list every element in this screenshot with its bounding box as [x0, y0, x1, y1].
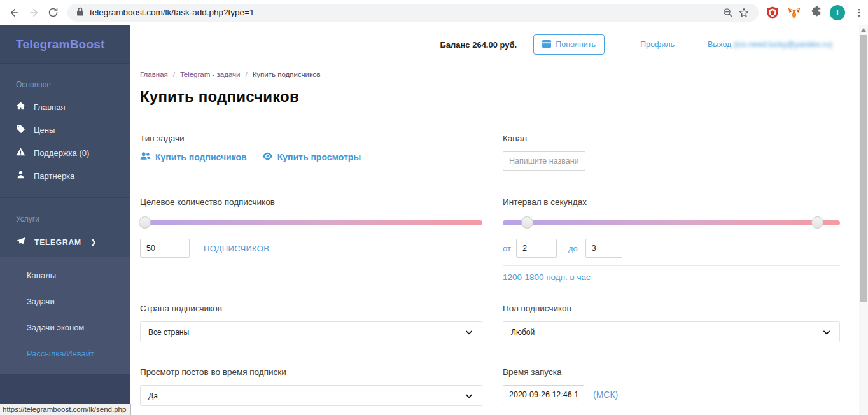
rate-hint[interactable]: 1200-1800 подп. в час — [503, 272, 840, 282]
warning-icon — [16, 147, 25, 158]
forward-icon[interactable] — [24, 3, 43, 22]
start-time-input[interactable] — [503, 385, 584, 404]
chevron-down-icon — [465, 391, 473, 402]
buy-views-link[interactable]: Купить просмотры — [262, 152, 361, 162]
interval-label: Интервал в секундах — [503, 197, 840, 207]
field-channel: Канал — [503, 134, 840, 197]
slider-handle-from[interactable] — [521, 216, 533, 229]
adblock-shield-icon[interactable] — [765, 5, 780, 20]
country-select[interactable]: Все страны — [140, 321, 482, 342]
telegram-plane-icon — [16, 236, 26, 248]
wallet-icon — [542, 40, 551, 50]
view-posts-selected-value: Да — [148, 391, 158, 400]
sidebar-section-services-label: Услуги — [0, 198, 130, 230]
logout-label: Выход — [708, 40, 731, 49]
profile-link[interactable]: Профиль — [640, 40, 675, 49]
sidebar-item-home[interactable]: Главная — [0, 95, 130, 118]
home-icon — [16, 101, 25, 113]
sidebar-item-label: Главная — [34, 102, 65, 112]
breadcrumb-separator: / — [245, 71, 247, 78]
task-form: Тип задачи Купить подписчиков Купить про… — [140, 134, 840, 406]
interval-to-input[interactable] — [585, 239, 622, 258]
logout-link[interactable]: Выход (ico.need.lucky@yandex.ru) — [708, 40, 832, 49]
page-content: Главная / Telegram - задачи / Купить под… — [130, 64, 868, 406]
logo-area: TelegramBoost — [0, 25, 130, 64]
submenu-item-tasks-econom[interactable]: Задачи эконом — [0, 314, 130, 341]
page-title: Купить подписчиков — [140, 88, 840, 106]
metamask-fox-icon[interactable] — [787, 5, 802, 20]
field-country: Страна подписчиков Все страны — [140, 304, 482, 367]
scrollbar-up-arrow[interactable] — [861, 28, 866, 32]
slider-handle-to[interactable] — [811, 216, 823, 229]
interval-to-label: до — [568, 244, 578, 253]
browser-menu-icon[interactable] — [851, 5, 867, 20]
sidebar-item-telegram[interactable]: TELEGRAM ❯ — [0, 230, 130, 257]
sidebar-item-affiliate[interactable]: Партнерка — [0, 164, 130, 187]
sidebar-item-support[interactable]: Поддержка (0) — [0, 141, 130, 164]
country-label: Страна подписчиков — [140, 304, 482, 313]
browser-profile-avatar[interactable]: I — [830, 5, 845, 20]
back-icon[interactable] — [5, 3, 24, 22]
submenu-item-tasks[interactable]: Задачи — [0, 288, 130, 314]
gender-selected-value: Любой — [511, 328, 535, 337]
buy-subscribers-link[interactable]: Купить подписчиков — [140, 151, 247, 162]
sidebar-item-label: Партнерка — [34, 171, 74, 181]
target-count-input[interactable] — [140, 239, 190, 258]
field-interval: Интервал в секундах от до 1200-1800 — [503, 197, 840, 304]
submenu-item-channels[interactable]: Каналы — [0, 262, 130, 288]
page-header: Баланс 264.00 руб. Пополнить Профиль Вых… — [130, 25, 868, 64]
sidebar-item-prices[interactable]: Цены — [0, 118, 130, 141]
app-logo[interactable]: TelegramBoost — [16, 38, 105, 52]
channel-input[interactable] — [503, 151, 585, 171]
scrollbar-thumb[interactable] — [860, 35, 867, 302]
reload-icon[interactable] — [43, 3, 62, 22]
interval-slider[interactable] — [503, 220, 840, 225]
interval-divider — [503, 265, 840, 266]
scrollbar[interactable] — [859, 25, 868, 415]
breadcrumb-separator: / — [173, 71, 175, 78]
users-icon — [140, 151, 151, 162]
target-count-unit: подписчиков — [204, 244, 269, 253]
chevron-right-icon: ❯ — [91, 239, 97, 246]
breadcrumb: Главная / Telegram - задачи / Купить под… — [140, 71, 840, 78]
breadcrumb-current: Купить подписчиков — [253, 71, 321, 78]
sidebar-item-label: Поддержка (0) — [34, 148, 89, 158]
eye-icon — [262, 152, 273, 162]
slider-handle[interactable] — [139, 216, 151, 229]
breadcrumb-home[interactable]: Главная — [140, 71, 168, 78]
breadcrumb-telegram-tasks[interactable]: Telegram - задачи — [180, 71, 240, 78]
url-bar[interactable]: telegramboost.com/lk/task-add.php?type=1 — [67, 4, 759, 22]
chevron-down-icon — [465, 328, 473, 339]
field-target-count: Целевое количество подписчиков подписчик… — [140, 197, 482, 304]
field-view-posts: Просмотр постов во время подписки Да — [140, 367, 482, 406]
bookmark-star-icon[interactable] — [736, 4, 752, 21]
main-area: Баланс 264.00 руб. Пополнить Профиль Вых… — [130, 25, 868, 415]
extension-area: I — [765, 5, 867, 20]
field-gender: Пол подписчиков Любой — [503, 304, 840, 367]
submenu-item-mailing-invite[interactable]: Рассылка/Инвайт — [0, 341, 130, 367]
country-selected-value: Все страны — [148, 328, 189, 337]
tag-icon — [16, 124, 25, 136]
target-count-slider[interactable] — [140, 220, 482, 225]
balance-label: Баланс 264.00 руб. — [440, 40, 517, 50]
field-start-time: Время запуска (МСК) — [503, 367, 840, 406]
extensions-puzzle-icon[interactable] — [808, 5, 823, 20]
buy-views-label: Купить просмотры — [277, 152, 361, 162]
zoom-page-icon[interactable] — [719, 4, 736, 21]
browser-chrome: telegramboost.com/lk/task-add.php?type=1… — [0, 0, 868, 25]
url-text[interactable]: telegramboost.com/lk/task-add.php?type=1 — [90, 8, 719, 17]
interval-from-input[interactable] — [516, 239, 557, 258]
logout-email-blurred: (ico.need.lucky@yandex.ru) — [734, 40, 832, 49]
start-time-label: Время запуска — [503, 367, 840, 377]
gender-select[interactable]: Любой — [503, 321, 840, 342]
sidebar: TelegramBoost Основное Главная Цены Подд… — [0, 25, 130, 415]
topup-button[interactable]: Пополнить — [533, 34, 605, 55]
target-count-label: Целевое количество подписчиков — [140, 197, 482, 207]
view-posts-select[interactable]: Да — [140, 385, 482, 406]
telegram-submenu: Каналы Задачи Задачи эконом Рассылка/Инв… — [0, 257, 130, 374]
buy-subscribers-label: Купить подписчиков — [155, 152, 247, 162]
chevron-down-icon — [822, 328, 831, 339]
user-icon — [16, 170, 25, 181]
gender-label: Пол подписчиков — [503, 304, 840, 313]
link-preview-statusbar: https://telegramboost.com/lk/send.php — [0, 404, 131, 415]
